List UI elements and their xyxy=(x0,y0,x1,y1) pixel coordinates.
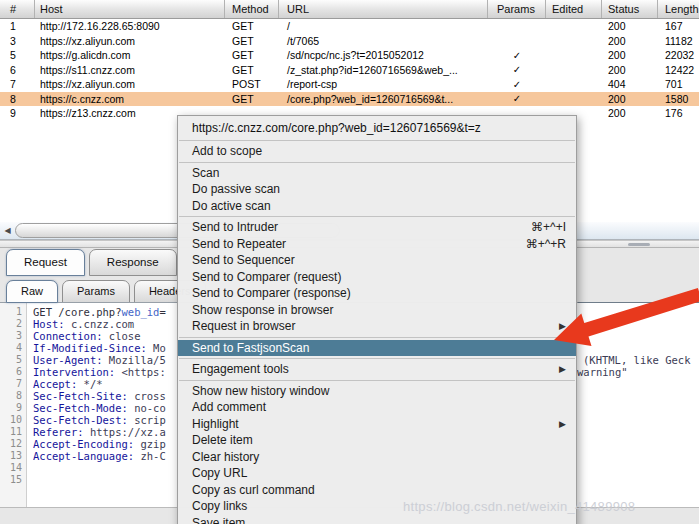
menu-item-do-passive-scan[interactable]: Do passive scan xyxy=(178,181,576,198)
cell-status: 200 xyxy=(602,107,658,119)
menu-item-label: Highlight xyxy=(192,417,239,431)
table-row[interactable]: 7https://xz.aliyun.comPOST/report-csp✓40… xyxy=(0,77,699,92)
line-number: 14 xyxy=(0,462,22,474)
code-overflow-fragment: warning" xyxy=(577,366,628,378)
cell-status: 200 xyxy=(602,93,658,105)
menu-item-show-response-in-browser[interactable]: Show response in browser xyxy=(178,302,576,319)
code-segment: c.cnzz.com xyxy=(65,318,135,330)
code-segment: Sec-Fetch-Dest: xyxy=(33,414,128,426)
menu-item-send-to-intruder[interactable]: Send to Intruder⌘+^+I xyxy=(178,219,576,236)
line-number: 6 xyxy=(0,366,22,378)
tab-response[interactable]: Response xyxy=(89,249,177,276)
menu-item-send-to-comparer-request[interactable]: Send to Comparer (request) xyxy=(178,269,576,286)
code-segment: Accept: xyxy=(33,378,77,390)
csdn-watermark: https://blog.csdn.net/weixin_41489908 xyxy=(403,499,635,514)
menu-item-copy-url[interactable]: Copy URL xyxy=(178,465,576,482)
scroll-left-arrow-icon[interactable]: ◀ xyxy=(0,222,15,239)
submenu-arrow-icon: ▶ xyxy=(559,321,566,331)
menu-item-label: Save item xyxy=(192,516,245,524)
menu-item-copy-as-curl-command[interactable]: Copy as curl command xyxy=(178,482,576,499)
table-row[interactable]: 8https://c.cnzz.comGET/core.php?web_id=1… xyxy=(0,92,699,107)
splitter-grip[interactable] xyxy=(628,243,650,246)
cell-url: /z_stat.php?id=1260716569&web_... xyxy=(279,64,488,76)
column-header-status[interactable]: Status xyxy=(602,0,658,18)
column-header-method[interactable]: Method xyxy=(225,0,279,18)
menu-item-label: Scan xyxy=(192,166,219,180)
menu-item-label: Send to Sequencer xyxy=(192,253,295,267)
code-segment: User-Agent: xyxy=(33,354,103,366)
cell-num: 1 xyxy=(0,20,35,32)
code-line: Host: c.cnzz.com xyxy=(33,318,179,330)
menu-item-label: Do passive scan xyxy=(192,182,280,196)
menu-shortcut: ⌘+^+R xyxy=(526,237,566,251)
cell-host: https://c.cnzz.com xyxy=(35,93,225,105)
menu-item-request-in-browser[interactable]: Request in browser▶ xyxy=(178,318,576,335)
cell-url: /report-csp xyxy=(279,78,488,90)
column-header-edited[interactable]: Edited xyxy=(546,0,602,18)
table-row[interactable]: 5https://g.alicdn.comGET/sd/ncpc/nc.js?t… xyxy=(0,48,699,63)
menu-item-delete-item[interactable]: Delete item xyxy=(178,432,576,449)
table-header-row: #HostMethodURLParamsEditedStatusLength xyxy=(0,0,699,19)
menu-item-add-comment[interactable]: Add comment xyxy=(178,399,576,416)
code-line: If-Modified-Since: Mo xyxy=(33,342,179,354)
cell-status: 200 xyxy=(602,35,658,47)
cell-host: https://xz.aliyun.com xyxy=(35,35,225,47)
code-line: GET /core.php?web_id= xyxy=(33,306,179,318)
menu-item-send-to-repeater[interactable]: Send to Repeater⌘+^+R xyxy=(178,236,576,253)
code-line: Accept-Encoding: gzip xyxy=(33,438,179,450)
code-line: Accept: */* xyxy=(33,378,179,390)
menu-shortcut: ⌘+^+I xyxy=(531,220,566,234)
code-line: Sec-Fetch-Mode: no-co xyxy=(33,402,179,414)
menu-item-label: Show new history window xyxy=(192,384,329,398)
code-segment: https://xz.a xyxy=(84,426,166,438)
menu-item-send-to-comparer-response[interactable]: Send to Comparer (response) xyxy=(178,285,576,302)
cell-method: GET xyxy=(225,64,279,76)
cell-host: https://s11.cnzz.com xyxy=(35,64,225,76)
column-header-url[interactable]: URL xyxy=(279,0,488,18)
cell-num: 5 xyxy=(0,49,35,61)
code-segment: Mozilla/5 xyxy=(103,354,166,366)
menu-item-send-to-sequencer[interactable]: Send to Sequencer xyxy=(178,252,576,269)
menu-item-engagement-tools[interactable]: Engagement tools▶ xyxy=(178,361,576,378)
menu-item-label: Send to Comparer (response) xyxy=(192,286,351,300)
line-number: 8 xyxy=(0,390,22,402)
tab-params[interactable]: Params xyxy=(62,280,130,303)
tab-request[interactable]: Request xyxy=(6,249,85,276)
cell-host: https://g.alicdn.com xyxy=(35,49,225,61)
cell-url: / xyxy=(279,20,488,32)
cell-params: ✓ xyxy=(488,93,546,104)
menu-item-clear-history[interactable]: Clear history xyxy=(178,449,576,466)
cell-status: 200 xyxy=(602,49,658,61)
table-row[interactable]: 1http://172.16.228.65:8090GET/200167 xyxy=(0,19,699,34)
code-segment: Accept-Encoding: xyxy=(33,438,134,450)
line-number: 7 xyxy=(0,378,22,390)
column-header-length[interactable]: Length xyxy=(658,0,699,18)
code-line: Accept-Language: zh-C xyxy=(33,450,179,462)
table-row[interactable]: 3https://xz.aliyun.comGET/t/706520011182 xyxy=(0,34,699,49)
line-number: 5 xyxy=(0,354,22,366)
menu-item-add-to-scope[interactable]: Add to scope xyxy=(178,143,576,160)
menu-item-save-item[interactable]: Save item xyxy=(178,515,576,524)
menu-item-scan[interactable]: Scan xyxy=(178,165,576,182)
cell-url: /t/7065 xyxy=(279,35,488,47)
menu-item-show-new-history-window[interactable]: Show new history window xyxy=(178,383,576,400)
code-overflow-fragment: (KHTML, like Geck xyxy=(583,354,690,366)
code-segment: gzip xyxy=(134,438,166,450)
code-segment: Intervention: xyxy=(33,366,115,378)
table-row[interactable]: 6https://s11.cnzz.comGET/z_stat.php?id=1… xyxy=(0,63,699,78)
code-line: Referer: https://xz.a xyxy=(33,426,179,438)
cell-length: 11182 xyxy=(658,35,699,47)
column-header-[interactable]: # xyxy=(0,0,35,18)
menu-item-highlight[interactable]: Highlight▶ xyxy=(178,416,576,433)
tab-raw[interactable]: Raw xyxy=(6,280,58,303)
cell-length: 701 xyxy=(658,78,699,90)
menu-item-send-to-fastjsonscan[interactable]: Send to FastjsonScan xyxy=(178,340,576,357)
cell-url: /core.php?web_id=1260716569&t... xyxy=(279,93,488,105)
cell-num: 9 xyxy=(0,107,35,119)
menu-item-do-active-scan[interactable]: Do active scan xyxy=(178,198,576,215)
code-segment: Sec-Fetch-Site: xyxy=(33,390,128,402)
column-header-host[interactable]: Host xyxy=(35,0,225,18)
cell-method: GET xyxy=(225,93,279,105)
code-segment: Accept-Language: xyxy=(33,450,134,462)
column-header-params[interactable]: Params xyxy=(488,0,546,18)
